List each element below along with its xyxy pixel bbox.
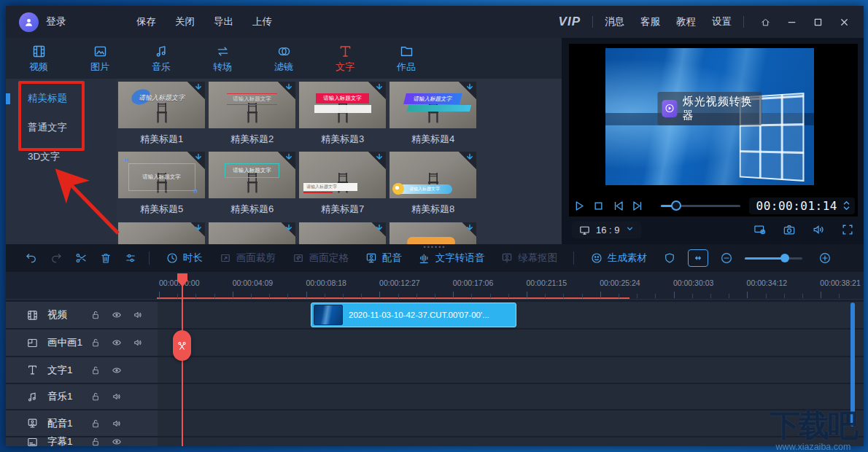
download-icon[interactable] <box>374 223 384 233</box>
panel-resize-handle[interactable]: •••••• <box>424 245 446 249</box>
track-eye-toggle[interactable] <box>111 436 123 446</box>
snapshot-camera-icon[interactable] <box>782 222 797 237</box>
menu-export[interactable]: 导出 <box>214 15 233 28</box>
adjust-button[interactable] <box>124 252 137 265</box>
download-icon[interactable] <box>284 223 294 233</box>
fit-timeline-button[interactable] <box>688 249 708 267</box>
track-lane-music[interactable] <box>158 384 864 409</box>
template-item[interactable] <box>209 222 295 244</box>
download-icon[interactable] <box>465 223 475 233</box>
track-lock-toggle[interactable] <box>90 309 101 321</box>
download-icon[interactable] <box>284 82 294 93</box>
track-lock-toggle[interactable] <box>90 391 101 402</box>
user-avatar[interactable] <box>19 12 39 32</box>
track-eye-toggle[interactable] <box>111 337 123 348</box>
stop-button[interactable] <box>592 198 605 214</box>
menu-messages[interactable]: 消息 <box>605 15 624 28</box>
timecode-display[interactable]: 00:00:01:14 <box>749 198 855 214</box>
tab-transition[interactable]: 转场 <box>206 44 239 74</box>
track-lane-voice[interactable] <box>158 410 864 436</box>
undo-button[interactable] <box>25 252 38 265</box>
sidebar-item-plain-text[interactable]: 普通文字 <box>6 117 117 138</box>
volume-icon[interactable] <box>811 222 826 237</box>
template-item[interactable]: 请输入标题文字精美标题8 <box>390 152 476 216</box>
download-icon[interactable] <box>374 82 384 93</box>
download-icon[interactable] <box>465 152 475 163</box>
track-eye-toggle[interactable] <box>111 309 123 321</box>
minimize-button[interactable] <box>782 12 801 31</box>
zoom-in-button[interactable] <box>818 252 832 265</box>
track-speaker-toggle[interactable] <box>111 391 123 402</box>
duration-button[interactable]: 时长 <box>166 252 203 265</box>
download-icon[interactable] <box>465 82 475 93</box>
track-eye-toggle[interactable] <box>111 365 123 376</box>
tab-filter[interactable]: 滤镜 <box>267 44 301 74</box>
template-item[interactable]: 请输入标题文字精美标题2 <box>209 82 295 146</box>
menu-support[interactable]: 客服 <box>640 15 660 28</box>
sidebar-item-3d-text[interactable]: 3D文字 <box>6 146 117 167</box>
screen-settings-icon[interactable] <box>753 222 767 237</box>
template-item[interactable]: 请输入标题文字精美标题3 <box>299 82 386 146</box>
download-icon[interactable] <box>193 82 204 93</box>
zoom-out-button[interactable] <box>720 252 733 265</box>
redo-button[interactable] <box>50 252 63 265</box>
crop-button[interactable]: 画面裁剪 <box>219 252 276 265</box>
video-clip[interactable]: 2020-11-03-10-42-37.CUT.00'07-00'... <box>311 303 516 327</box>
menu-upload[interactable]: 上传 <box>252 15 272 28</box>
next-frame-button[interactable] <box>631 198 645 214</box>
template-item[interactable] <box>299 222 386 244</box>
track-lane-pip[interactable] <box>158 330 864 356</box>
vip-badge[interactable]: VIP <box>559 15 581 29</box>
template-item[interactable]: 请输入标题文字精美标题6 <box>209 152 295 216</box>
tab-works[interactable]: 作品 <box>390 44 423 74</box>
download-icon[interactable] <box>193 223 204 233</box>
template-item[interactable]: 请输入标题文字精美标题7 <box>299 152 386 216</box>
login-button[interactable]: 登录 <box>46 15 66 28</box>
track-lane-video[interactable]: 2020-11-03-10-42-37.CUT.00'07-00'... <box>158 302 864 328</box>
track-lane-text[interactable] <box>158 357 864 383</box>
fullscreen-icon[interactable] <box>840 222 855 237</box>
play-button[interactable] <box>572 198 586 214</box>
download-icon[interactable] <box>374 152 384 163</box>
zoom-knob[interactable] <box>780 254 789 262</box>
cut-button[interactable] <box>74 252 88 265</box>
home-button[interactable] <box>756 12 775 31</box>
template-item[interactable]: 请输入标题文字精美标题4 <box>390 82 476 146</box>
template-item[interactable] <box>390 222 476 244</box>
tab-image[interactable]: 图片 <box>83 44 117 74</box>
download-icon[interactable] <box>284 152 294 163</box>
aspect-ratio-dropdown[interactable]: 16 : 9 <box>572 222 641 238</box>
seek-knob[interactable] <box>671 200 681 211</box>
previous-frame-button[interactable] <box>611 198 625 214</box>
timeline-scrollbar[interactable] <box>850 303 855 426</box>
track-lock-toggle[interactable] <box>90 436 101 446</box>
sidebar-item-beautiful-title[interactable]: 精美标题 <box>6 87 117 109</box>
close-button[interactable] <box>834 12 853 31</box>
menu-save[interactable]: 保存 <box>136 15 156 28</box>
track-lock-toggle[interactable] <box>90 365 101 376</box>
template-item[interactable]: 请输入标题文字精美标题1 <box>118 82 205 146</box>
template-item[interactable]: “请输入标题文字”精美标题5 <box>118 152 205 216</box>
generate-button[interactable]: 生成素材 <box>590 252 647 265</box>
maximize-button[interactable] <box>808 12 827 31</box>
freeze-button[interactable]: 画面定格 <box>292 252 349 265</box>
protect-button[interactable] <box>663 252 676 265</box>
track-speaker-toggle[interactable] <box>132 309 144 321</box>
timeline-zoom-slider[interactable] <box>745 257 802 260</box>
tts-button[interactable]: 文字转语音 <box>418 252 485 265</box>
timecode-spinner[interactable] <box>842 200 850 211</box>
track-lock-toggle[interactable] <box>90 418 101 429</box>
delete-button[interactable] <box>99 252 112 265</box>
tab-video[interactable]: 视频 <box>22 44 55 74</box>
tab-text[interactable]: 文字 <box>328 44 362 74</box>
track-speaker-toggle[interactable] <box>111 418 123 429</box>
template-item[interactable] <box>118 222 205 244</box>
menu-close[interactable]: 关闭 <box>175 15 195 28</box>
seek-slider[interactable] <box>661 205 740 207</box>
dub-button[interactable]: 配音 <box>365 252 402 265</box>
download-icon[interactable] <box>193 152 204 163</box>
track-speaker-toggle[interactable] <box>132 337 144 348</box>
menu-settings[interactable]: 设置 <box>712 15 732 28</box>
track-lock-toggle[interactable] <box>90 337 101 348</box>
greenscreen-button[interactable]: 绿幕抠图 <box>500 252 557 265</box>
